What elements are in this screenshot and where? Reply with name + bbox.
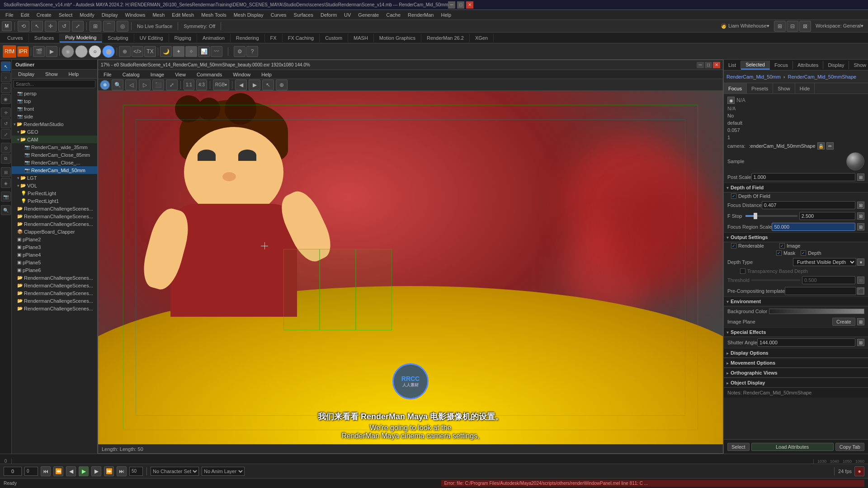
toolbar-scale-btn[interactable]: ⤢ bbox=[72, 21, 84, 32]
step-back-btn[interactable]: ⏪ bbox=[53, 466, 63, 476]
fstop-slider[interactable] bbox=[745, 215, 797, 217]
fstop-btn[interactable]: ⊞ bbox=[857, 212, 864, 220]
post-scale-input[interactable] bbox=[751, 173, 855, 181]
sample-preview[interactable] bbox=[846, 152, 864, 170]
ws-tab-rendering[interactable]: Rendering bbox=[231, 34, 265, 42]
tree-item-pplane4[interactable]: ▣ pPlane4 bbox=[12, 251, 97, 258]
tool-search[interactable]: 🔍 bbox=[1, 205, 11, 215]
special-fx-section-header[interactable]: ▾ Special Effects bbox=[724, 327, 868, 337]
tool-sculpt[interactable]: ◉ bbox=[1, 94, 11, 104]
outliner-menu-show[interactable]: Show bbox=[42, 70, 61, 78]
icon-play[interactable]: ▶ bbox=[46, 46, 57, 57]
viewer-maximize[interactable]: □ bbox=[705, 62, 712, 68]
viewer-aspect-btn[interactable]: 4:3 bbox=[196, 80, 207, 90]
close-button[interactable]: ✕ bbox=[466, 1, 473, 9]
outliner-menu-help[interactable]: Help bbox=[65, 70, 83, 78]
viewport-cursor[interactable] bbox=[261, 242, 268, 249]
focus-region-input[interactable] bbox=[772, 223, 855, 231]
tree-item-clapper[interactable]: 📦 ClapperBoard_Clapper bbox=[12, 228, 97, 235]
menu-generate[interactable]: Generate bbox=[354, 11, 382, 19]
tree-item-pplane3[interactable]: ▣ pPlane3 bbox=[12, 243, 97, 251]
end-frame-input[interactable] bbox=[129, 467, 143, 476]
ws-tab-fx-caching[interactable]: FX Caching bbox=[283, 34, 320, 42]
menu-edit-mesh[interactable]: Edit Mesh bbox=[168, 11, 198, 19]
dof-section-header[interactable]: ▾ Depth of Field bbox=[724, 183, 868, 192]
cam-icon-sq1[interactable]: ◉ bbox=[727, 97, 735, 104]
toolbar-snap-point[interactable]: ◎ bbox=[117, 21, 128, 32]
viewer-tool-zoom[interactable]: 🔍 bbox=[112, 80, 123, 90]
viewer-menu-file[interactable]: File bbox=[100, 71, 115, 78]
viewer-menu-commands[interactable]: Commands bbox=[193, 71, 226, 78]
menu-file[interactable]: File bbox=[2, 11, 17, 19]
focus-region-btn[interactable]: ⊞ bbox=[857, 223, 864, 230]
precomp-btn[interactable]: ⬛ bbox=[857, 287, 864, 295]
icon-tool2[interactable]: </> bbox=[132, 46, 143, 57]
shutter-input[interactable] bbox=[757, 338, 855, 347]
icon-settings[interactable]: ⚙ bbox=[234, 46, 245, 57]
image-canvas[interactable] bbox=[98, 91, 723, 444]
toolbar-snap-curve[interactable]: ⌒ bbox=[103, 21, 115, 32]
rpanel-tab-focus[interactable]: Focus bbox=[770, 61, 793, 69]
tree-item-rcs5[interactable]: 📂 RendermanChallengeScenes... bbox=[12, 282, 97, 289]
transparency-check[interactable] bbox=[740, 268, 745, 274]
viewer-tool-next[interactable]: ▷ bbox=[139, 80, 151, 90]
menu-uv[interactable]: UV bbox=[340, 11, 354, 19]
camera-edit-icon[interactable]: ✏ bbox=[826, 142, 834, 150]
env-section-header[interactable]: ▾ Environment bbox=[724, 296, 868, 306]
tree-item-rcs4[interactable]: 📂 RendermanChallengeScenes... bbox=[12, 274, 97, 282]
tree-item-cam-close[interactable]: 📷 RenderCam_Close_... bbox=[12, 159, 97, 166]
cam-hide-btn[interactable]: Hide bbox=[795, 83, 815, 94]
menu-help[interactable]: Help bbox=[437, 11, 455, 19]
icon-star2[interactable]: ✧ bbox=[185, 46, 197, 57]
tool-snap[interactable]: ◈ bbox=[1, 178, 11, 188]
image-plane-btn[interactable]: ⊞ bbox=[857, 318, 864, 325]
tree-item-pplane6[interactable]: ▣ pPlane6 bbox=[12, 266, 97, 274]
rpanel-tab-display[interactable]: Display bbox=[823, 61, 849, 69]
frame-forward-btn[interactable]: ▶ bbox=[91, 466, 101, 476]
tree-item-rcs2[interactable]: 📂 RendermanChallengeScenes... bbox=[12, 212, 97, 220]
renderman-ipr[interactable]: IPR bbox=[17, 46, 29, 57]
ws-tab-animation[interactable]: Animation bbox=[197, 34, 231, 42]
camera-lock-icon[interactable]: 🔒 bbox=[817, 142, 825, 150]
viewer-channel-btn[interactable]: RGB▾ bbox=[213, 80, 230, 90]
cam-tab-presets[interactable]: Presets bbox=[747, 83, 773, 94]
tree-item-vol[interactable]: ▾ 📂 VOL bbox=[12, 182, 97, 189]
rpanel-tab-selected[interactable]: Selected bbox=[741, 61, 770, 70]
start-frame-input[interactable] bbox=[24, 467, 38, 476]
tool-move[interactable]: ✛ bbox=[1, 108, 11, 117]
ws-tab-motion[interactable]: Motion Graphics bbox=[374, 34, 421, 42]
menu-deform[interactable]: Deform bbox=[317, 11, 340, 19]
menu-curves[interactable]: Curves bbox=[267, 11, 290, 19]
tree-item-rcs6[interactable]: 📂 RendermanChallengeScenes... bbox=[12, 289, 97, 297]
shutter-btn[interactable]: ⊞ bbox=[857, 339, 864, 346]
mask-check[interactable] bbox=[776, 250, 782, 256]
ws-tab-custom[interactable]: Custom bbox=[320, 34, 348, 42]
depth-check[interactable] bbox=[801, 250, 806, 256]
viewer-menu-image[interactable]: Image bbox=[147, 71, 168, 78]
copy-tab-btn[interactable]: Copy Tab bbox=[835, 443, 864, 451]
rpanel-tab-show[interactable]: Show bbox=[849, 61, 868, 69]
tree-item-pplane5[interactable]: ▣ pPlane5 bbox=[12, 258, 97, 266]
renderable-check[interactable] bbox=[731, 243, 736, 249]
viewer-tool-home[interactable]: ⊕ bbox=[100, 80, 110, 90]
threshold-input[interactable] bbox=[802, 276, 855, 284]
viewer-menu-catalog[interactable]: Catalog bbox=[119, 71, 143, 78]
tree-item-rcs1[interactable]: 📂 RendermanChallengeScenes... bbox=[12, 205, 97, 212]
object-display-header[interactable]: ▸ Object Display bbox=[724, 378, 868, 388]
renderman-icon1[interactable]: RfM bbox=[3, 45, 16, 58]
ws-tab-curves[interactable]: Curves bbox=[2, 34, 29, 42]
menu-cache[interactable]: Cache bbox=[382, 11, 404, 19]
menu-mesh-display[interactable]: Mesh Display bbox=[230, 11, 267, 19]
ws-tab-poly[interactable]: Poly Modeling bbox=[60, 33, 102, 42]
depth-type-select[interactable]: Furthest Visible Depth bbox=[793, 258, 856, 266]
ws-tab-xgen[interactable]: XGen bbox=[470, 34, 494, 42]
viewer-tool-prev[interactable]: ◁ bbox=[125, 80, 137, 90]
play-back-btn[interactable]: ⏮ bbox=[41, 466, 51, 476]
viewer-navigate-left[interactable]: ◀ bbox=[235, 80, 247, 90]
minimize-button[interactable]: ─ bbox=[448, 1, 455, 9]
breadcrumb-shape[interactable]: RenderCam_Mid_50mmShape bbox=[788, 74, 857, 80]
frame-back-btn[interactable]: ◀ bbox=[66, 466, 76, 476]
menu-modify[interactable]: Modify bbox=[76, 11, 98, 19]
toolbar-transform-btn[interactable]: ⟲ bbox=[18, 21, 29, 32]
menu-edit[interactable]: Edit bbox=[17, 11, 33, 19]
